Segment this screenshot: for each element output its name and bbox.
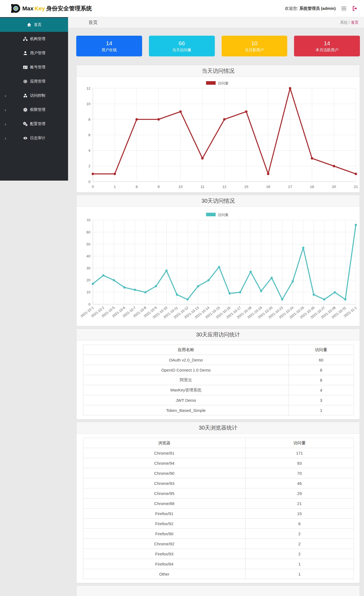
- table-cell: 2: [245, 539, 353, 549]
- chevron-right-icon: ›: [5, 136, 6, 141]
- stat-label: 本月活跃用户: [294, 48, 360, 52]
- sidebar-item-user[interactable]: 用户管理: [0, 46, 68, 60]
- cubes-icon: [23, 93, 28, 98]
- menu-toggle-icon[interactable]: [341, 6, 347, 11]
- x-tick-label: 16: [266, 185, 270, 189]
- table-cell: 21: [245, 498, 353, 509]
- y-tick-label: 6: [88, 133, 90, 137]
- sidebar-nav: 首页机构管理用户管理账号管理应用管理›访问控制›权限管理›配置管理›日志审计: [0, 17, 68, 181]
- x-tick-label: 10: [178, 185, 182, 189]
- data-point: [333, 165, 335, 167]
- table-cell: Firefox/92: [83, 519, 246, 529]
- breadcrumb-current-link[interactable]: 首页: [351, 20, 359, 25]
- sidebar-item-config[interactable]: ›配置管理: [0, 117, 68, 131]
- chart-legend[interactable]: 访问量: [206, 213, 228, 217]
- svg-text:访问量: 访问量: [218, 81, 228, 85]
- x-tick-label: 1: [114, 185, 116, 189]
- table-cell: Chrome/92: [83, 539, 246, 549]
- card-title: 30天浏览器统计: [77, 422, 360, 434]
- table-cell: 8: [289, 375, 353, 385]
- y-tick-label: 70: [87, 218, 90, 222]
- monthly-visits-chart-body: 0102030405060702021-10-12021-10-22021-10…: [77, 207, 360, 326]
- table-cell: Chrome/90: [83, 468, 246, 478]
- y-tick-label: 0: [88, 302, 90, 306]
- table-cell: 29: [245, 488, 353, 498]
- table-row: OpenID Connect 1.0 Demo8: [83, 365, 354, 375]
- monthly-visits-chart: 0102030405060702021-10-12021-10-22021-10…: [77, 207, 360, 326]
- table-row: Chrome/9346: [83, 478, 354, 488]
- app-visits-table-card: 30天应用访问统计 应用名称访问量OAuth v2.0_Demo60OpenID…: [76, 329, 360, 419]
- sidebar-item-label: 机构管理: [30, 37, 45, 41]
- sidebar-item-label: 用户管理: [30, 51, 45, 56]
- cogs-icon: [23, 121, 28, 126]
- browser-stats-table: 浏览器访问量Chrome/91171Chrome/9493Chrome/9070…: [83, 438, 354, 579]
- sidebar-item-audit[interactable]: ›日志审计: [0, 131, 68, 145]
- table-row: JWT Demo3: [83, 395, 354, 405]
- brand-text-suffix: 身份安全管理系统: [46, 5, 92, 12]
- data-point: [102, 274, 105, 276]
- stat-label: 当天访问量: [149, 48, 215, 52]
- x-tick-label: 12: [222, 185, 226, 189]
- cog-icon: [23, 107, 28, 112]
- daily-visits-card: 当天访问情况 0246810120189101112151617182021访问…: [76, 65, 360, 193]
- eye-icon: [23, 136, 28, 141]
- x-tick-label: 21: [354, 185, 358, 189]
- sidebar-item-org[interactable]: 机构管理: [0, 32, 68, 46]
- breadcrumb: 首页 系统/首页: [68, 17, 364, 28]
- data-point: [92, 283, 94, 285]
- x-tick-label: 17: [288, 185, 292, 189]
- data-point: [186, 298, 189, 300]
- table-row: Firefox/932: [83, 549, 354, 559]
- sidebar-item-permission[interactable]: ›权限管理: [0, 103, 68, 117]
- table-header-cell: 访问量: [245, 438, 353, 448]
- welcome-text: 欢迎您: 系统管理员 (admin): [285, 6, 336, 11]
- welcome-label: 欢迎您:: [285, 6, 298, 11]
- y-tick-label: 2: [88, 164, 90, 168]
- data-point: [113, 279, 115, 281]
- chevron-right-icon: ›: [5, 93, 6, 98]
- chart-legend[interactable]: 访问量: [206, 81, 228, 85]
- sidebar-item-app[interactable]: 应用管理: [0, 74, 68, 89]
- table-row: Firefox/902: [83, 529, 354, 539]
- table-cell: Firefox/91: [83, 509, 246, 519]
- breadcrumb-root: 系统: [340, 20, 348, 25]
- table-cell: 4: [289, 385, 353, 395]
- stat-label: 用户在线: [76, 48, 142, 52]
- sidebar-item-account[interactable]: 账号管理: [0, 60, 68, 74]
- sidebar-item-access[interactable]: ›访问控制: [0, 89, 68, 103]
- table-cell: 2: [245, 529, 353, 539]
- x-tick-label: 9: [158, 185, 160, 189]
- data-point: [302, 247, 304, 249]
- table-cell: Token_Based_Simple: [83, 405, 289, 415]
- y-tick-label: 4: [88, 148, 90, 153]
- stat-card: 10当月新用户: [222, 36, 287, 56]
- logout-icon[interactable]: [352, 6, 357, 11]
- table-cell: Firefox/93: [83, 549, 246, 559]
- data-point: [323, 298, 325, 300]
- stat-value: 10: [222, 40, 287, 46]
- brand-logo[interactable]: MaxKey身份安全管理系统: [11, 4, 92, 13]
- table-row: OAuth v2.0_Demo60: [83, 355, 354, 365]
- y-tick-label: 30: [87, 266, 90, 270]
- chevron-right-icon: ›: [5, 122, 6, 126]
- table-row: Chrome/9493: [83, 458, 354, 468]
- card-title: [77, 586, 360, 596]
- daily-visits-chart-body: 0246810120189101112151617182021访问量: [77, 77, 360, 192]
- main-area: 首页 系统/首页 14用户在线66当天访问量10当月新用户14本月活跃用户 当天…: [68, 17, 364, 596]
- current-username: 系统管理员 (admin): [299, 6, 336, 11]
- table-cell: 1: [245, 569, 353, 579]
- table-cell: 15: [245, 509, 353, 519]
- data-point: [292, 280, 294, 282]
- sidebar-item-home[interactable]: 首页: [0, 18, 68, 32]
- partial-bottom-card: [76, 585, 360, 596]
- table-row: Chrome/8821: [83, 498, 354, 509]
- data-point: [134, 289, 136, 291]
- table-cell: 60: [289, 355, 353, 365]
- x-tick-label: 0: [92, 185, 94, 189]
- table-cell: MaxKey管理系统: [83, 385, 289, 395]
- monthly-visits-card: 30天访问情况 0102030405060702021-10-12021-10-…: [76, 195, 360, 326]
- data-point: [313, 294, 315, 296]
- sidebar-item-label: 访问控制: [30, 93, 45, 98]
- data-point: [201, 157, 204, 160]
- data-point: [250, 271, 252, 273]
